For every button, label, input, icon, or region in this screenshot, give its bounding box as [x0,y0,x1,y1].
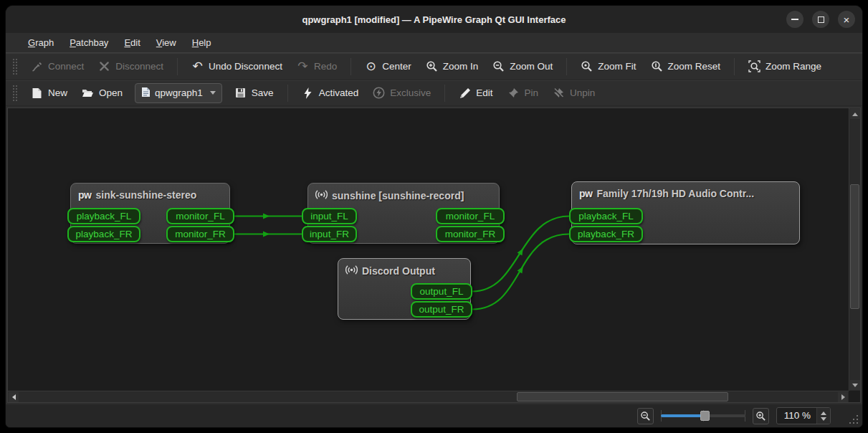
port-input-fl[interactable]: input_FL [302,208,357,224]
vertical-scroll-thumb[interactable] [850,184,859,309]
pipewire-icon: pw [78,189,91,201]
port-input-fr[interactable]: input_FR [302,226,357,242]
disconnect-button[interactable]: Disconnect [92,56,170,77]
minimize-button[interactable] [786,11,803,28]
window-title: qpwgraph1 [modified] — A PipeWire Graph … [302,14,566,25]
graph-toolbar: Connect Disconnect ↶ Undo Disconnect ↷ R… [6,53,862,80]
maximize-icon [818,16,824,23]
slider-fill [661,414,705,417]
zoom-in-button[interactable]: Zoom In [419,56,485,77]
resize-grip[interactable] [848,414,858,424]
pipewire-icon: pw [579,188,592,199]
scroll-left-button[interactable] [9,392,19,402]
toolbar-separator [287,85,288,102]
node-title: pw sink-sunshine-stereo [78,189,224,201]
pin-icon [507,87,519,99]
toolbar-separator [566,58,567,75]
zoom-range-button[interactable]: Zoom Range [742,56,828,77]
zoom-percent-spinbox[interactable]: 110 % [776,407,831,424]
edit-pencil-icon [459,87,471,99]
edit-toggle[interactable]: Edit [452,82,499,103]
close-icon: × [844,14,850,25]
chevron-down-icon [210,91,216,95]
exclusive-toggle[interactable]: Exclusive [366,82,437,103]
connect-button[interactable]: Connect [24,56,90,77]
center-button[interactable]: ⊙ Center [358,56,418,77]
save-button[interactable]: Save [228,82,280,103]
maximize-button[interactable] [812,11,829,28]
toolbar-drag-handle[interactable] [13,85,17,101]
scroll-down-button[interactable] [850,380,860,390]
spin-down-icon [821,417,826,421]
zoom-percent-value: 110 % [777,408,816,424]
port-monitor-fr[interactable]: monitor_FR [166,226,234,242]
statusbar-zoom-out-button[interactable] [637,408,654,424]
disconnect-icon [98,60,110,72]
redo-button[interactable]: ↷ Redo [290,56,343,77]
port-monitor-fr[interactable]: monitor_FR [436,226,505,242]
port-monitor-fl[interactable]: monitor_FL [436,208,505,224]
undo-button[interactable]: ↶ Undo Disconnect [185,56,289,77]
zoom-out-icon [492,60,505,72]
connection-wires [8,108,849,391]
statusbar: 110 % [6,404,862,427]
node-title: Discord Output [345,265,464,277]
app-window: qpwgraph1 [modified] — A PipeWire Graph … [6,6,862,427]
menu-edit[interactable]: Edit [118,34,146,51]
patchbay-toolbar: New Open qpwgraph1 Save Act [6,80,862,106]
port-playback-fr[interactable]: playback_FR [67,226,140,242]
titlebar[interactable]: qpwgraph1 [modified] — A PipeWire Graph … [6,6,862,33]
arrow-right-icon [841,394,845,400]
patchbay-select[interactable]: qpwgraph1 [135,83,222,103]
scroll-up-button[interactable] [850,109,860,119]
spin-arrows[interactable] [816,408,830,424]
zoom-fit-button[interactable]: Zoom Fit [574,56,642,77]
graph-canvas[interactable]: pw sink-sunshine-stereo playback_FL play… [8,108,849,391]
horizontal-scrollbar[interactable] [8,391,849,402]
activated-bolt-icon [302,87,314,99]
zoom-slider[interactable] [661,409,745,423]
new-button[interactable]: New [24,82,74,103]
node-title: pw Family 17h/19h HD Audio Contr... [579,188,793,199]
node-title: sunshine [sunshine-record] [315,189,493,202]
vertical-scrollbar[interactable] [849,108,860,391]
center-icon: ⊙ [365,60,377,72]
menu-graph[interactable]: Graph [22,34,60,51]
pin-button[interactable]: Pin [500,82,545,103]
slider-handle[interactable] [700,411,710,421]
exclusive-bolt-icon [373,87,385,99]
open-folder-icon [82,87,94,99]
zoom-reset-icon [651,60,663,72]
arrow-down-icon [852,384,858,387]
scroll-right-button[interactable] [838,392,848,402]
new-file-icon [31,87,43,99]
port-playback-fl[interactable]: playback_FL [67,208,140,224]
unpin-icon [553,87,565,99]
menu-view[interactable]: View [150,34,183,51]
unpin-button[interactable]: Unpin [546,82,601,103]
wire-arrowhead [263,214,270,219]
zoom-in-icon [426,60,438,72]
zoom-reset-button[interactable]: Zoom Reset [644,56,728,77]
menubar: Graph Patchbay Edit View Help [6,33,862,53]
port-output-fl[interactable]: output_FL [411,283,472,300]
toolbar-separator [444,85,445,102]
menu-help[interactable]: Help [186,34,218,51]
port-playback-fr[interactable]: playback_FR [569,226,643,242]
horizontal-scroll-thumb[interactable] [517,392,728,401]
activated-toggle[interactable]: Activated [295,82,366,103]
spin-up-icon [821,411,826,415]
zoom-out-button[interactable]: Zoom Out [486,56,559,77]
port-output-fr[interactable]: output_FR [411,301,472,318]
port-monitor-fl[interactable]: monitor_FL [166,208,234,224]
stream-icon [345,265,358,277]
arrow-left-icon [12,394,16,400]
open-button[interactable]: Open [75,82,129,103]
save-icon [234,87,247,99]
toolbar-separator [734,58,735,75]
close-button[interactable]: × [838,11,855,28]
port-playback-fl[interactable]: playback_FL [569,208,643,224]
statusbar-zoom-in-button[interactable] [753,408,769,424]
toolbar-drag-handle[interactable] [13,59,17,75]
menu-patchbay[interactable]: Patchbay [63,34,115,51]
